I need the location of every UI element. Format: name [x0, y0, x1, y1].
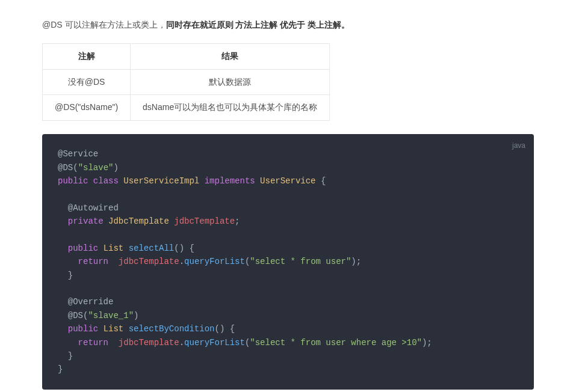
annotation-table: 注解 结果 没有@DS 默认数据源 @DS("dsName") dsName可以… — [42, 43, 330, 121]
td-annotation: 没有@DS — [43, 69, 131, 95]
code-language-tag: java — [512, 140, 525, 152]
intro-bold: 同时存在就近原则 方法上注解 优先于 类上注解。 — [166, 20, 350, 29]
th-annotation: 注解 — [43, 43, 131, 69]
td-result: dsName可以为组名也可以为具体某个库的名称 — [131, 95, 330, 121]
table-row: 没有@DS 默认数据源 — [43, 69, 330, 95]
table-row: @DS("dsName") dsName可以为组名也可以为具体某个库的名称 — [43, 95, 330, 121]
td-annotation: @DS("dsName") — [43, 95, 131, 121]
code-block: java@Service @DS("slave") public class U… — [42, 134, 534, 390]
intro-text: @DS 可以注解在方法上或类上，同时存在就近原则 方法上注解 优先于 类上注解。 — [42, 18, 534, 32]
intro-prefix: @DS 可以注解在方法上或类上， — [42, 20, 166, 29]
td-result: 默认数据源 — [131, 69, 330, 95]
th-result: 结果 — [131, 43, 330, 69]
code-content: @Service @DS("slave") public class UserS… — [58, 147, 518, 376]
table-header-row: 注解 结果 — [43, 43, 330, 69]
